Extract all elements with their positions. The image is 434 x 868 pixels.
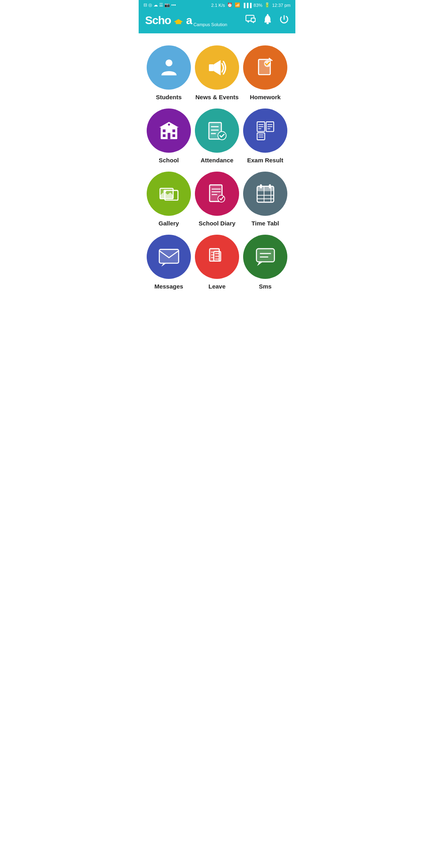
svg-point-8 [266, 23, 269, 24]
svg-rect-21 [172, 129, 175, 132]
svg-rect-22 [163, 134, 166, 137]
svg-rect-72 [256, 248, 274, 262]
exam-result-label: Exam Result [247, 157, 283, 164]
time-table-label: Time Tabl [252, 220, 279, 227]
graduation-hat-icon [174, 18, 183, 24]
svg-rect-13 [209, 64, 213, 71]
svg-rect-60 [159, 249, 178, 263]
leave-icon-circle [195, 235, 239, 279]
svg-rect-23 [172, 134, 175, 137]
app-header: Scho a Campus Solution [139, 10, 295, 33]
menu-item-school-diary[interactable]: School Diary [195, 172, 239, 227]
school-diary-icon-circle [195, 172, 239, 216]
exam-result-icon-circle [243, 108, 287, 153]
alarm-icon: ⏰ [227, 2, 233, 8]
menu-item-leave[interactable]: Leave [195, 235, 239, 290]
svg-rect-7 [264, 21, 271, 23]
menu-item-messages[interactable]: Messages [147, 235, 191, 290]
menu-item-students[interactable]: Students [147, 45, 191, 100]
news-events-icon-circle [195, 45, 239, 90]
svg-point-19 [168, 123, 170, 125]
menu-item-time-table[interactable]: Time Tabl [243, 172, 287, 227]
menu-item-attendance[interactable]: Attendance [195, 108, 239, 164]
menu-item-sms[interactable]: Sms [243, 235, 287, 290]
svg-point-9 [267, 14, 268, 16]
menu-item-school[interactable]: School [147, 108, 191, 164]
status-right: 2.1 K/s ⏰ 📶 ▐▐▐ 83% 🔋 12:37 pm [211, 2, 291, 8]
power-icon[interactable] [279, 14, 289, 27]
svg-marker-3 [247, 21, 250, 23]
status-bar: ⊟ ◎ ☁ ☰ 📷 ••• 2.1 K/s ⏰ 📶 ▐▐▐ 83% 🔋 12:3… [139, 0, 295, 10]
school-diary-label: School Diary [199, 220, 235, 227]
svg-rect-18 [168, 133, 170, 139]
sms-icon-circle [243, 235, 287, 279]
menu-item-gallery[interactable]: Gallery [147, 172, 191, 227]
battery-icon: 🔋 [264, 2, 270, 8]
app-logo: Scho a Campus Solution [145, 14, 227, 27]
messages-icon-circle [147, 235, 191, 279]
students-icon-circle [147, 45, 191, 90]
svg-point-12 [165, 59, 172, 66]
svg-rect-4 [251, 18, 255, 22]
attendance-label: Attendance [201, 157, 233, 164]
leave-label: Leave [209, 283, 226, 290]
gallery-label: Gallery [159, 220, 179, 227]
messages-label: Messages [154, 283, 183, 290]
campus-solution-text: Campus Solution [194, 22, 227, 27]
time-table-icon-circle [243, 172, 287, 216]
status-left: ⊟ ◎ ☁ ☰ 📷 ••• [143, 2, 176, 8]
svg-rect-20 [163, 129, 166, 132]
time-display: 12:37 pm [272, 3, 291, 8]
signal-icon: ▐▐▐ [242, 3, 252, 8]
homework-label: Homework [250, 94, 281, 100]
students-label: Students [156, 94, 182, 100]
menu-grid: StudentsNews & EventsHomeworkSchoolAtten… [143, 41, 291, 298]
gallery-icon-circle [147, 172, 191, 216]
chat-icon[interactable] [246, 15, 256, 26]
status-icons: ⊟ ◎ ☁ ☰ 📷 ••• [143, 2, 176, 8]
news-events-label: News & Events [195, 94, 239, 100]
wifi-icon: 📶 [235, 2, 240, 8]
svg-marker-6 [252, 22, 254, 23]
school-icon-circle [147, 108, 191, 153]
battery-percent: 83% [254, 3, 262, 8]
svg-marker-75 [257, 262, 262, 266]
logo-text: Scho a [145, 14, 192, 27]
bell-icon[interactable] [263, 14, 272, 27]
menu-item-homework[interactable]: Homework [243, 45, 287, 100]
svg-marker-0 [174, 19, 183, 23]
svg-rect-57 [260, 184, 262, 188]
header-actions [246, 14, 289, 27]
homework-icon-circle [243, 45, 287, 90]
attendance-icon-circle [195, 108, 239, 153]
svg-rect-38 [257, 133, 264, 139]
school-label: School [159, 157, 179, 164]
menu-item-news-events[interactable]: News & Events [195, 45, 239, 100]
network-speed: 2.1 K/s [211, 3, 225, 8]
sms-label: Sms [259, 283, 272, 290]
menu-item-exam-result[interactable]: Exam Result [243, 108, 287, 164]
main-content: StudentsNews & EventsHomeworkSchoolAtten… [139, 33, 295, 306]
svg-rect-58 [269, 184, 271, 188]
